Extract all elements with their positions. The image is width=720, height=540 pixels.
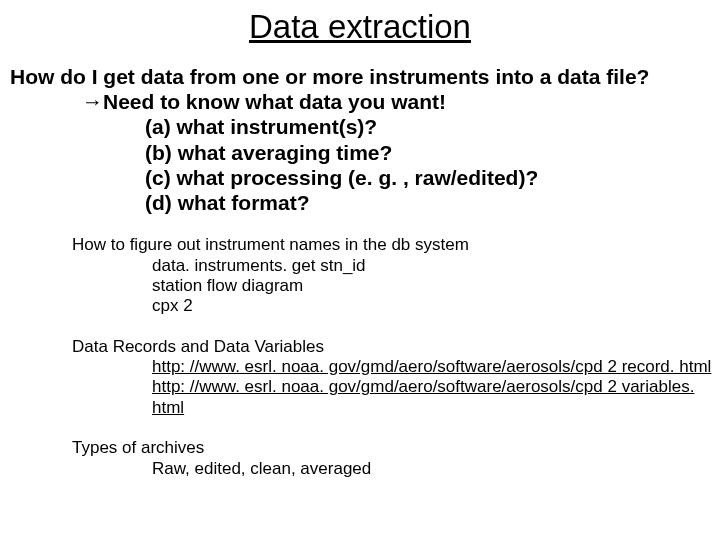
bullet-b: (b) what averaging time? — [145, 140, 720, 165]
section-archives: Types of archives Raw, edited, clean, av… — [72, 438, 720, 479]
page-title: Data extraction — [0, 0, 720, 46]
slide: Data extraction How do I get data from o… — [0, 0, 720, 540]
section3-heading: Types of archives — [72, 438, 720, 458]
bullet-list: (a) what instrument(s)? (b) what averagi… — [145, 114, 720, 215]
section1-item-2: station flow diagram — [152, 276, 720, 296]
arrow-icon: → — [82, 90, 103, 113]
section2-heading: Data Records and Data Variables — [72, 337, 720, 357]
need-line: →Need to know what data you want! — [82, 89, 720, 114]
main-question: How do I get data from one or more instr… — [10, 64, 720, 89]
need-text: Need to know what data you want! — [103, 90, 446, 113]
section1-item-3: cpx 2 — [152, 296, 720, 316]
section-data-records: Data Records and Data Variables http: //… — [72, 337, 720, 419]
bullet-d: (d) what format? — [145, 190, 720, 215]
section3-item: Raw, edited, clean, averaged — [152, 459, 720, 479]
section1-heading: How to figure out instrument names in th… — [72, 235, 720, 255]
link-cpd2-record[interactable]: http: //www. esrl. noaa. gov/gmd/aero/so… — [152, 357, 720, 377]
main-question-block: How do I get data from one or more instr… — [10, 64, 720, 215]
section1-item-1: data. instruments. get stn_id — [152, 256, 720, 276]
section-instrument-names: How to figure out instrument names in th… — [72, 235, 720, 317]
bullet-a: (a) what instrument(s)? — [145, 114, 720, 139]
link-cpd2-variables[interactable]: http: //www. esrl. noaa. gov/gmd/aero/so… — [152, 377, 720, 418]
bullet-c: (c) what processing (e. g. , raw/edited)… — [145, 165, 720, 190]
